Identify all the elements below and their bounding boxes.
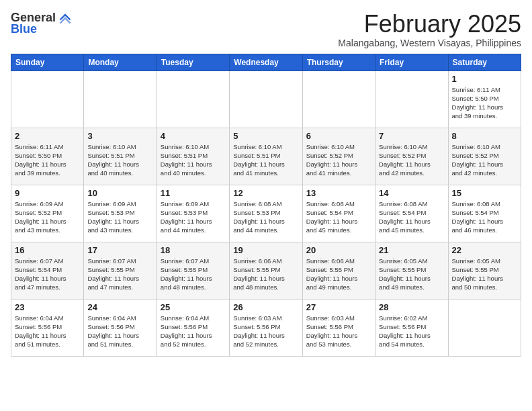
day-number: 4 [161, 131, 226, 141]
weekday-header-monday: Monday [84, 54, 157, 71]
calendar-week-row: 1Sunrise: 6:11 AM Sunset: 5:50 PM Daylig… [11, 71, 521, 128]
calendar-week-row: 2Sunrise: 6:11 AM Sunset: 5:50 PM Daylig… [11, 128, 521, 185]
calendar-cell: 6Sunrise: 6:10 AM Sunset: 5:52 PM Daylig… [302, 128, 375, 185]
day-number: 6 [306, 131, 371, 141]
svg-marker-0 [60, 13, 71, 20]
calendar-cell: 25Sunrise: 6:04 AM Sunset: 5:56 PM Dayli… [157, 299, 229, 356]
day-number: 28 [379, 302, 444, 312]
calendar-cell: 26Sunrise: 6:03 AM Sunset: 5:56 PM Dayli… [230, 299, 302, 356]
day-info: Sunrise: 6:08 AM Sunset: 5:53 PM Dayligh… [233, 199, 298, 235]
day-info: Sunrise: 6:06 AM Sunset: 5:55 PM Dayligh… [306, 257, 371, 292]
calendar-cell [157, 71, 229, 128]
day-info: Sunrise: 6:10 AM Sunset: 5:51 PM Dayligh… [87, 142, 152, 178]
weekday-header-sunday: Sunday [11, 54, 84, 71]
day-number: 2 [15, 131, 80, 141]
weekday-header-wednesday: Wednesday [230, 54, 302, 71]
page-header: General Blue February 2025 Malangabang, … [11, 11, 521, 48]
calendar-cell [11, 71, 84, 128]
day-info: Sunrise: 6:10 AM Sunset: 5:52 PM Dayligh… [452, 142, 517, 178]
day-info: Sunrise: 6:10 AM Sunset: 5:52 PM Dayligh… [306, 142, 371, 178]
day-number: 24 [87, 302, 152, 312]
logo-icon [58, 11, 72, 25]
calendar-cell [84, 71, 157, 128]
calendar-cell [375, 71, 448, 128]
calendar-week-row: 9Sunrise: 6:09 AM Sunset: 5:52 PM Daylig… [11, 185, 521, 242]
weekday-header-row: SundayMondayTuesdayWednesdayThursdayFrid… [11, 54, 521, 71]
day-info: Sunrise: 6:02 AM Sunset: 5:56 PM Dayligh… [379, 314, 444, 349]
calendar-cell [448, 299, 521, 356]
calendar-cell: 27Sunrise: 6:03 AM Sunset: 5:56 PM Dayli… [302, 299, 375, 356]
day-info: Sunrise: 6:03 AM Sunset: 5:56 PM Dayligh… [233, 314, 298, 349]
calendar-cell [230, 71, 302, 128]
calendar-cell: 28Sunrise: 6:02 AM Sunset: 5:56 PM Dayli… [375, 299, 448, 356]
day-number: 21 [379, 245, 444, 255]
day-info: Sunrise: 6:04 AM Sunset: 5:56 PM Dayligh… [87, 314, 152, 349]
day-info: Sunrise: 6:06 AM Sunset: 5:55 PM Dayligh… [233, 257, 298, 292]
calendar-cell: 15Sunrise: 6:08 AM Sunset: 5:54 PM Dayli… [448, 185, 521, 242]
day-number: 23 [15, 302, 80, 312]
calendar-cell: 11Sunrise: 6:09 AM Sunset: 5:53 PM Dayli… [157, 185, 229, 242]
day-info: Sunrise: 6:11 AM Sunset: 5:50 PM Dayligh… [452, 85, 517, 121]
calendar-cell: 18Sunrise: 6:07 AM Sunset: 5:55 PM Dayli… [157, 242, 229, 299]
day-info: Sunrise: 6:05 AM Sunset: 5:55 PM Dayligh… [452, 257, 517, 292]
calendar-cell: 13Sunrise: 6:08 AM Sunset: 5:54 PM Dayli… [302, 185, 375, 242]
day-number: 19 [233, 245, 298, 255]
weekday-header-friday: Friday [375, 54, 448, 71]
day-number: 27 [306, 302, 371, 312]
day-info: Sunrise: 6:07 AM Sunset: 5:55 PM Dayligh… [161, 257, 226, 292]
calendar-cell: 4Sunrise: 6:10 AM Sunset: 5:51 PM Daylig… [157, 128, 229, 185]
calendar-cell [302, 71, 375, 128]
day-number: 3 [87, 131, 152, 141]
day-info: Sunrise: 6:10 AM Sunset: 5:51 PM Dayligh… [233, 142, 298, 178]
day-info: Sunrise: 6:08 AM Sunset: 5:54 PM Dayligh… [379, 199, 444, 235]
day-info: Sunrise: 6:08 AM Sunset: 5:54 PM Dayligh… [452, 199, 517, 235]
calendar-cell: 1Sunrise: 6:11 AM Sunset: 5:50 PM Daylig… [448, 71, 521, 128]
day-info: Sunrise: 6:10 AM Sunset: 5:52 PM Dayligh… [379, 142, 444, 178]
day-info: Sunrise: 6:07 AM Sunset: 5:55 PM Dayligh… [87, 257, 152, 292]
calendar-cell: 7Sunrise: 6:10 AM Sunset: 5:52 PM Daylig… [375, 128, 448, 185]
day-info: Sunrise: 6:09 AM Sunset: 5:53 PM Dayligh… [161, 199, 226, 235]
calendar-cell: 12Sunrise: 6:08 AM Sunset: 5:53 PM Dayli… [230, 185, 302, 242]
calendar-cell: 24Sunrise: 6:04 AM Sunset: 5:56 PM Dayli… [84, 299, 157, 356]
day-number: 20 [306, 245, 371, 255]
day-info: Sunrise: 6:08 AM Sunset: 5:54 PM Dayligh… [306, 199, 371, 235]
day-number: 11 [161, 188, 226, 198]
title-area: February 2025 Malangabang, Western Visay… [338, 11, 521, 48]
day-number: 1 [452, 74, 517, 84]
calendar-cell: 8Sunrise: 6:10 AM Sunset: 5:52 PM Daylig… [448, 128, 521, 185]
calendar-cell: 2Sunrise: 6:11 AM Sunset: 5:50 PM Daylig… [11, 128, 84, 185]
day-info: Sunrise: 6:09 AM Sunset: 5:53 PM Dayligh… [87, 199, 152, 235]
day-number: 10 [87, 188, 152, 198]
logo-blue: Blue [11, 22, 37, 36]
calendar-cell: 9Sunrise: 6:09 AM Sunset: 5:52 PM Daylig… [11, 185, 84, 242]
day-number: 5 [233, 131, 298, 141]
weekday-header-tuesday: Tuesday [157, 54, 229, 71]
day-info: Sunrise: 6:04 AM Sunset: 5:56 PM Dayligh… [161, 314, 226, 349]
day-number: 17 [87, 245, 152, 255]
calendar-cell: 10Sunrise: 6:09 AM Sunset: 5:53 PM Dayli… [84, 185, 157, 242]
day-number: 12 [233, 188, 298, 198]
day-info: Sunrise: 6:10 AM Sunset: 5:51 PM Dayligh… [161, 142, 226, 178]
day-info: Sunrise: 6:04 AM Sunset: 5:56 PM Dayligh… [15, 314, 80, 349]
calendar-cell: 23Sunrise: 6:04 AM Sunset: 5:56 PM Dayli… [11, 299, 84, 356]
day-number: 22 [452, 245, 517, 255]
day-number: 9 [15, 188, 80, 198]
day-info: Sunrise: 6:07 AM Sunset: 5:54 PM Dayligh… [15, 257, 80, 292]
calendar-cell: 21Sunrise: 6:05 AM Sunset: 5:55 PM Dayli… [375, 242, 448, 299]
day-number: 13 [306, 188, 371, 198]
day-number: 16 [15, 245, 80, 255]
day-number: 15 [452, 188, 517, 198]
calendar-cell: 16Sunrise: 6:07 AM Sunset: 5:54 PM Dayli… [11, 242, 84, 299]
calendar-cell: 19Sunrise: 6:06 AM Sunset: 5:55 PM Dayli… [230, 242, 302, 299]
day-number: 14 [379, 188, 444, 198]
location-title: Malangabang, Western Visayas, Philippine… [338, 38, 521, 48]
weekday-header-thursday: Thursday [302, 54, 375, 71]
calendar-week-row: 23Sunrise: 6:04 AM Sunset: 5:56 PM Dayli… [11, 299, 521, 356]
day-number: 18 [161, 245, 226, 255]
day-info: Sunrise: 6:09 AM Sunset: 5:52 PM Dayligh… [15, 199, 80, 235]
day-info: Sunrise: 6:11 AM Sunset: 5:50 PM Dayligh… [15, 142, 80, 178]
day-info: Sunrise: 6:05 AM Sunset: 5:55 PM Dayligh… [379, 257, 444, 292]
calendar-cell: 22Sunrise: 6:05 AM Sunset: 5:55 PM Dayli… [448, 242, 521, 299]
day-number: 7 [379, 131, 444, 141]
calendar: SundayMondayTuesdayWednesdayThursdayFrid… [11, 54, 521, 357]
